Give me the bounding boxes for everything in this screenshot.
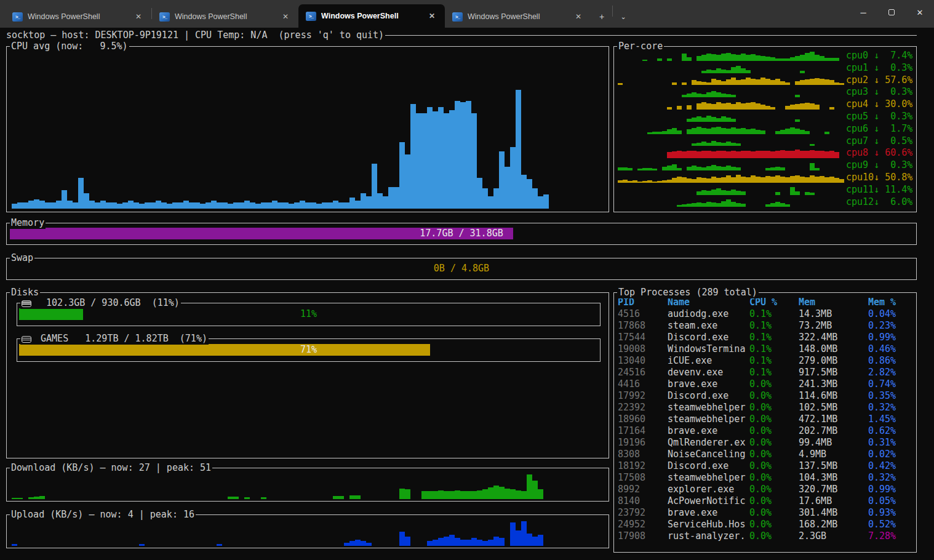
spark-bar: [692, 143, 697, 146]
spark-bar: [731, 177, 736, 183]
process-cpu-pct: 0.0%: [749, 472, 799, 484]
core-row-cpu5: cpu5 ↓ 0.3%: [615, 111, 915, 123]
spark-bar: [721, 94, 726, 97]
minimize-button[interactable]: ─: [849, 0, 877, 25]
cpu-history-sparkline: [12, 55, 604, 209]
disks-panel: Disks 102.3GB / 930.6GB (11%) 11% GAMES …: [6, 292, 609, 458]
tab-dropdown-button[interactable]: ⌄: [613, 6, 634, 28]
spark-bar: [692, 203, 697, 207]
core-label: cpu8 ↓ 60.6%: [846, 147, 914, 159]
spark-bar: [746, 129, 751, 134]
spark-bar: [383, 196, 388, 209]
process-name: brave.exe: [668, 378, 749, 390]
spark-bar: [805, 79, 810, 85]
spark-bar: [726, 166, 731, 170]
tab-close-button[interactable]: ✕: [132, 11, 145, 22]
process-mem-pct: 0.93%: [868, 507, 914, 519]
spark-bar: [521, 175, 527, 209]
process-pid: 4416: [618, 378, 668, 390]
spark-bar: [687, 178, 692, 183]
spark-bar: [726, 151, 731, 158]
spark-bar: [289, 204, 294, 209]
tab-windows-powershell-1[interactable]: >_Windows PowerShell✕: [5, 6, 151, 28]
spark-bar: [839, 83, 844, 85]
tab-windows-powershell-3[interactable]: >_Windows PowerShell✕: [298, 4, 445, 28]
spark-bar: [111, 202, 117, 209]
spark-bar: [795, 150, 800, 158]
spark-bar: [760, 56, 765, 61]
spark-bar: [682, 82, 687, 85]
process-mem: 279.0MB: [799, 355, 868, 367]
spark-bar: [28, 497, 34, 499]
spark-bar: [277, 202, 283, 209]
spark-bar: [139, 544, 145, 546]
spark-bar: [672, 151, 677, 158]
download-sparkline: [12, 473, 604, 499]
spark-bar: [217, 544, 222, 546]
tab-close-button[interactable]: ✕: [425, 10, 439, 22]
spark-bar: [751, 175, 756, 183]
spark-bar: [652, 169, 657, 170]
spark-bar: [167, 204, 172, 209]
spark-bar: [521, 521, 527, 546]
spark-bar: [488, 487, 493, 499]
spark-bar: [780, 81, 785, 85]
tab-close-button[interactable]: ✕: [279, 11, 292, 22]
core-label: cpu11↓ 11.4%: [846, 184, 914, 196]
spark-bar: [756, 151, 760, 158]
spark-bar: [746, 103, 751, 110]
process-name: steamwebhelper: [668, 414, 749, 425]
spark-bar: [189, 202, 194, 209]
spark-bar: [455, 538, 460, 546]
spark-bar: [455, 101, 460, 209]
spark-bar: [790, 105, 795, 110]
process-name: brave.exe: [668, 425, 749, 437]
spark-bar: [697, 127, 701, 134]
process-pid: 18192: [618, 460, 668, 472]
spark-bar: [471, 113, 477, 209]
core-row-cpu6: cpu6 ↓ 1.7%: [615, 123, 915, 135]
close-window-button[interactable]: ✕: [906, 0, 934, 25]
maximize-button[interactable]: [877, 0, 906, 25]
spark-bar: [765, 168, 770, 170]
spark-bar: [471, 491, 477, 499]
spark-bar: [760, 130, 765, 134]
spark-bar: [527, 179, 532, 209]
spark-bar: [677, 151, 682, 158]
spark-bar: [222, 202, 228, 209]
new-tab-button[interactable]: +: [591, 6, 612, 28]
terminal-screen[interactable]: socktop — host: DESKTOP-9P19121 | CPU Te…: [0, 28, 934, 560]
spark-bar: [746, 177, 751, 183]
spark-bar: [349, 495, 355, 499]
spark-bar: [711, 190, 716, 195]
spark-bar: [741, 79, 746, 85]
spark-bar: [692, 92, 697, 97]
spark-bar: [444, 491, 449, 499]
process-cpu-pct: 0.1%: [749, 343, 799, 355]
spark-bar: [751, 129, 756, 134]
spark-bar: [829, 177, 834, 183]
spark-bar: [405, 154, 410, 209]
process-pid: 17508: [618, 472, 668, 484]
process-pid: 18960: [618, 414, 668, 425]
per-core-rows: cpu0 ↓ 7.4%cpu1 ↓ 0.3%cpu2 ↓ 57.6%cpu3 ↓…: [615, 50, 915, 210]
spark-bar: [477, 490, 482, 499]
spark-bar: [711, 141, 716, 146]
spark-bar: [642, 60, 647, 61]
core-row-cpu9: cpu9 ↓ 0.3%: [615, 159, 915, 172]
process-cpu-pct: 0.0%: [749, 437, 799, 449]
spark-bar: [706, 92, 711, 97]
spark-bar: [421, 491, 427, 499]
tab-windows-powershell-4[interactable]: >_Windows PowerShell✕: [445, 6, 591, 28]
tab-windows-powershell-2[interactable]: >_Windows PowerShell✕: [152, 6, 298, 28]
spark-bar: [667, 152, 672, 158]
spark-bar: [800, 80, 805, 85]
spark-bar: [829, 151, 834, 158]
powershell-icon: >_: [12, 12, 23, 22]
spark-bar: [741, 177, 746, 183]
spark-bar: [711, 202, 716, 207]
upload-sparkline: [12, 520, 604, 546]
spark-bar: [810, 103, 815, 110]
tab-close-button[interactable]: ✕: [572, 11, 585, 22]
spark-bar: [272, 201, 277, 209]
